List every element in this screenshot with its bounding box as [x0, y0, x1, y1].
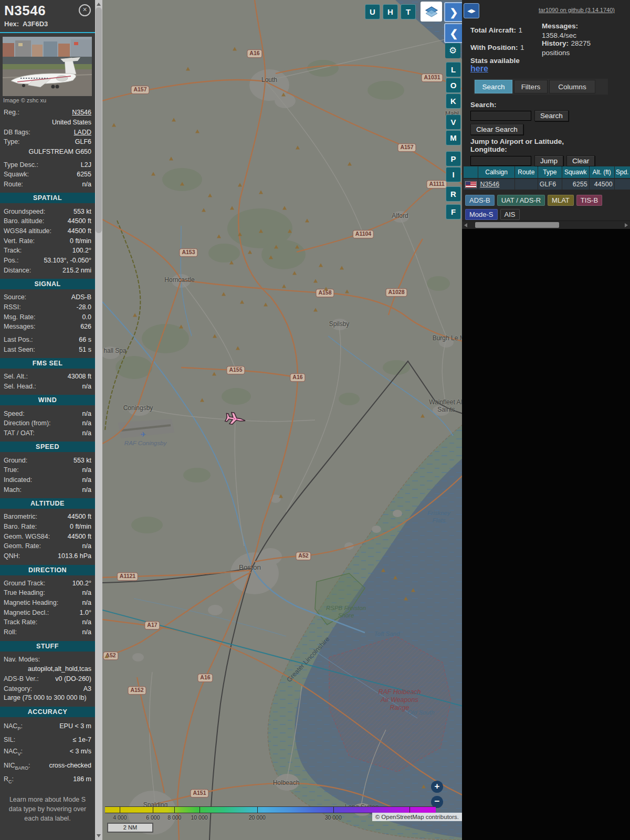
field-value: United States [52, 118, 91, 127]
peak-icon [324, 287, 328, 291]
settings-button[interactable]: ⚙ [445, 43, 460, 58]
jump-input[interactable] [470, 156, 531, 166]
mode-chip-mode-s[interactable]: Mode-S [465, 209, 498, 220]
cell-alt[interactable]: 44500 [590, 179, 614, 190]
show-sidebar-button[interactable]: ❮ [444, 23, 462, 43]
tab-search[interactable]: Search [475, 80, 512, 93]
map-button-f[interactable]: F [446, 204, 461, 219]
field-value: 0.0 [82, 313, 91, 321]
map-button-r[interactable]: R [446, 186, 461, 202]
column-header[interactable] [464, 166, 478, 178]
field-value: n/a [82, 486, 91, 494]
peak-icon [269, 256, 273, 259]
mode-chip-ais[interactable]: AIS [500, 209, 520, 220]
field-value: -28.0 [77, 303, 92, 311]
mode-chip-mlat[interactable]: MLAT [548, 195, 574, 206]
info-row: Sel. Alt.:43008 ft [0, 372, 95, 382]
map-button-k[interactable]: K [446, 93, 461, 109]
cell-callsign[interactable]: N3546 [478, 179, 514, 190]
map-button-i[interactable]: I [446, 167, 461, 182]
field-value: cross-checked [49, 761, 91, 772]
column-header[interactable]: Alt. (ft) [590, 166, 614, 178]
close-icon[interactable]: × [79, 4, 91, 16]
clear-search-button[interactable]: Clear Search [470, 124, 523, 135]
info-row: Barometric:44500 ft [0, 512, 95, 522]
scroll-up-icon[interactable] [97, 3, 101, 6]
field-value: L2J [81, 161, 91, 169]
column-header[interactable]: Callsign [478, 166, 514, 178]
tab-filters[interactable]: Filters [514, 80, 548, 93]
hide-sidebar-button[interactable]: ❯ [444, 2, 462, 22]
column-header[interactable]: Spd. [615, 166, 630, 178]
map-button-p[interactable]: P [446, 151, 461, 166]
column-header[interactable]: Squawk [562, 166, 589, 178]
field-value: n/a [82, 589, 91, 597]
map-canvas[interactable]: Louthhall SpaHorncastleAlfordSpilsbyBurg… [102, 0, 462, 840]
peak-icon [104, 655, 109, 658]
info-row: RC:186 m [0, 773, 95, 787]
mode-chip-tis-b[interactable]: TIS-B [576, 195, 602, 206]
tar1090-github-link[interactable]: tar1090 on github (3.14.1740) [539, 7, 615, 13]
sidebar-scrollbar[interactable] [95, 0, 102, 840]
peak-icon [236, 346, 240, 350]
jump-clear-button[interactable]: Clear [566, 155, 595, 166]
info-row: True Heading:n/a [0, 588, 95, 598]
field-link[interactable]: LADD [74, 128, 91, 136]
map-button-v[interactable]: V [446, 114, 461, 130]
field-value: n/a [82, 476, 91, 484]
search-button[interactable]: Search [534, 110, 569, 121]
panel-toggle-button[interactable]: ◀▶ [464, 3, 479, 18]
hscrollbar-thumb[interactable] [475, 222, 559, 228]
panel-horizontal-scrollbar[interactable] [462, 220, 630, 229]
section-header: SPEED [0, 442, 95, 452]
column-header[interactable]: Type [538, 166, 562, 178]
field-value: 215.2 nmi [62, 266, 91, 275]
map-button-o[interactable]: O [446, 78, 461, 93]
cell-squawk[interactable]: 6255 [562, 179, 589, 190]
tab-columns[interactable]: Columns [549, 80, 595, 93]
scroll-left-icon[interactable] [464, 223, 467, 227]
colorbar-tick-label: 30 000 [325, 814, 342, 821]
layers-button[interactable] [421, 2, 442, 22]
jump-button[interactable]: Jump [534, 155, 563, 166]
search-label: Search: [470, 101, 626, 109]
map-button-t[interactable]: T [401, 4, 416, 19]
scroll-right-icon[interactable] [625, 223, 628, 227]
map-attribution[interactable]: © OpenStreetMap contributors. [372, 813, 462, 821]
peak-icon [208, 194, 212, 197]
field-link[interactable]: N3546 [72, 108, 91, 117]
aircraft-registry-fields: Reg.:N3546United StatesDB flags:LADDType… [0, 108, 95, 189]
map-button-l[interactable]: L [446, 62, 461, 77]
peak-icon [281, 93, 286, 97]
info-row: Speed:n/a [0, 408, 95, 418]
mode-chip-uat-ads-r[interactable]: UAT / ADS-R [497, 195, 545, 206]
colorbar-tick-label: 4 000 [113, 814, 127, 821]
mode-chip-ads-b[interactable]: ADS-B [465, 195, 495, 206]
messages-stat: Messages:1358.4/sec [542, 21, 621, 40]
callsign-link[interactable]: N3546 [480, 181, 499, 188]
aircraft-photo[interactable] [3, 37, 92, 96]
flag-cell[interactable] [464, 179, 478, 190]
section-header: WIND [0, 395, 95, 405]
map-button-m[interactable]: M [446, 130, 461, 145]
scroll-down-icon[interactable] [97, 834, 101, 837]
cell-type[interactable]: GLF6 [538, 179, 562, 190]
peak-icon [292, 271, 297, 275]
table-row[interactable]: N3546GLF6625544500 [464, 179, 630, 190]
stats-here-link[interactable]: here [470, 64, 488, 73]
field-value: n/a [82, 382, 91, 391]
search-input[interactable] [470, 111, 531, 121]
field-value: n/a [82, 542, 91, 550]
map-button-h[interactable]: H [383, 4, 398, 19]
info-row: SIL:≤ 1e-7 [0, 734, 95, 746]
info-row: ADS-B Ver.:v0 (DO-260) [0, 674, 95, 684]
cell-route[interactable] [515, 179, 538, 190]
map-button-u[interactable]: U [365, 4, 380, 19]
column-header[interactable]: Route [515, 166, 538, 178]
peak-icon [230, 206, 234, 210]
scrollbar-thumb[interactable] [96, 7, 102, 233]
cell-spd[interactable] [615, 179, 630, 190]
field-value: 626 [80, 322, 91, 331]
peak-icon [172, 118, 176, 122]
zoom-in-button[interactable]: + [431, 781, 443, 793]
